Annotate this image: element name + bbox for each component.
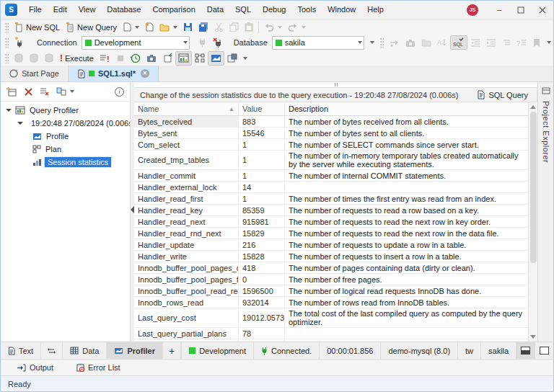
compare-results-button[interactable]	[53, 84, 77, 99]
toggle-full-panel-button[interactable]	[535, 342, 553, 359]
horizontal-splitter[interactable]	[134, 82, 537, 87]
sql-query-button[interactable]: SQL Query	[474, 90, 531, 99]
indent-increase-button[interactable]	[483, 35, 499, 50]
undo-button[interactable]	[261, 20, 285, 35]
save-button[interactable]	[180, 20, 195, 35]
table-row[interactable]: Last_query_cost19012.057385The total cos…	[134, 308, 528, 328]
delete-result-button[interactable]	[21, 84, 35, 99]
disconnect-button[interactable]	[210, 35, 225, 50]
table-row[interactable]: Handler_read_next915981The number of req…	[134, 216, 528, 228]
connect-button[interactable]	[195, 35, 210, 50]
close-button[interactable]	[532, 1, 553, 19]
collapse-panel-icon[interactable]	[131, 206, 134, 213]
new-document-dropdown[interactable]	[135, 26, 139, 29]
user-avatar[interactable]: JS	[467, 4, 478, 16]
menu-database[interactable]: Database	[101, 1, 146, 19]
database-extra-dropdown[interactable]	[370, 41, 374, 44]
profile-view-button[interactable]	[208, 51, 224, 66]
minimize-button[interactable]: –	[488, 1, 510, 19]
menu-view[interactable]: View	[73, 1, 102, 19]
tree-item-session[interactable]: 19:20:48 27/08/2024 (0.006s)	[1, 117, 130, 130]
profiling-snapshot-button[interactable]	[144, 51, 160, 66]
maximize-button[interactable]	[510, 1, 532, 19]
swap-view-button[interactable]	[41, 342, 63, 359]
column-header-value[interactable]: Value	[239, 102, 285, 115]
tree-item-profile[interactable]: Profile	[1, 130, 130, 143]
clear-all-button[interactable]	[37, 84, 52, 99]
table-row[interactable]: Handler_commit1The number of internal CO…	[134, 170, 528, 182]
table-row[interactable]: Innodb_buffer_pool_pages_free0The number…	[134, 274, 528, 285]
table-row[interactable]: Innodb_rows_read932014The number of rows…	[134, 297, 528, 308]
toolbar-grip[interactable]	[5, 22, 9, 32]
table-row[interactable]: Innodb_buffer_pool_read_requests1596500T…	[134, 285, 528, 297]
db-transaction-button[interactable]	[42, 51, 57, 66]
tab-start-page[interactable]: Start Page	[1, 66, 69, 81]
table-row[interactable]: Bytes_sent15546The number of bytes sent …	[134, 128, 528, 139]
snapshot-button[interactable]	[403, 35, 418, 50]
menu-tools[interactable]: Tools	[291, 1, 322, 19]
vertical-scrollbar[interactable]	[528, 102, 537, 342]
table-row[interactable]: Com_select1The number of SELECT commands…	[134, 139, 528, 151]
info-button[interactable]: i	[112, 84, 127, 99]
status-database[interactable]: sakila	[480, 342, 516, 359]
column-header-name[interactable]: Name▲	[134, 102, 239, 115]
redo-dropdown[interactable]	[302, 26, 306, 29]
step-into-button[interactable]	[387, 35, 403, 50]
add-view-button[interactable]: +	[163, 342, 181, 359]
toolbar-overflow-dropdown[interactable]	[547, 41, 551, 44]
query-history-button[interactable]	[128, 51, 144, 66]
open-file-button[interactable]	[157, 20, 180, 35]
tree-item-plan[interactable]: Plan	[1, 143, 130, 156]
status-user[interactable]: tw	[457, 342, 480, 359]
scroll-down-icon[interactable]	[530, 335, 536, 339]
table-row[interactable]: Created_tmp_tables1The number of in-memo…	[134, 151, 528, 170]
new-sql-button[interactable]: New SQL	[12, 20, 63, 35]
status-execution-time[interactable]: 00:00:01.856	[319, 342, 380, 359]
tree-item-session-statistics[interactable]: Session statistics	[1, 156, 130, 169]
status-connected[interactable]: Connected.	[253, 342, 319, 359]
execute-button[interactable]: ! Execute	[57, 51, 97, 66]
table-row[interactable]: Innodb_buffer_pool_pages_data418The numb…	[134, 262, 528, 274]
toolbar-grip[interactable]	[380, 37, 384, 48]
table-row[interactable]: Handler_read_rnd_next15829The number of …	[134, 228, 528, 239]
menu-debug[interactable]: Debug	[257, 1, 291, 19]
redo-button[interactable]	[285, 20, 309, 35]
save-all-button[interactable]	[195, 20, 211, 35]
scroll-up-icon[interactable]	[530, 105, 536, 109]
panel-splitter[interactable]	[131, 82, 134, 342]
table-row[interactable]: Handler_external_lock14	[134, 182, 528, 193]
project-explorer-tab[interactable]: Project Explorer	[542, 101, 550, 163]
table-row[interactable]: Bytes_received883The number of bytes rec…	[134, 116, 528, 128]
bookmark-button[interactable]	[529, 35, 544, 50]
expand-collapse-icon[interactable]	[6, 109, 12, 112]
indent-decrease-button[interactable]	[467, 35, 483, 50]
tab-profiler[interactable]: Profiler	[107, 342, 163, 359]
sort-button[interactable]: A	[434, 35, 450, 50]
compare-dropdown[interactable]	[70, 90, 74, 93]
table-row[interactable]: Handler_read_key85359The number of reque…	[134, 205, 528, 216]
tab-output[interactable]: Output	[6, 360, 63, 375]
plan-view-button[interactable]	[192, 51, 208, 66]
tab-error-list[interactable]: Error List	[66, 360, 131, 375]
menu-help[interactable]: Help	[361, 1, 390, 19]
execute-script-button[interactable]: !	[97, 51, 113, 66]
new-query-button[interactable]: New Query	[63, 20, 120, 35]
menu-sql[interactable]: SQL	[229, 1, 257, 19]
cut-button[interactable]	[211, 20, 227, 35]
menu-edit[interactable]: Edit	[48, 1, 73, 19]
table-row[interactable]: Handler_write15828The number of requests…	[134, 251, 528, 262]
expand-collapse-icon[interactable]	[17, 122, 23, 125]
comment-button[interactable]	[499, 35, 514, 50]
menu-file[interactable]: File	[23, 1, 48, 19]
undo-dropdown[interactable]	[278, 26, 282, 29]
sql-check-button[interactable]: SQL	[450, 35, 467, 50]
tab-data[interactable]: Data	[63, 342, 107, 359]
toolbar-grip[interactable]	[5, 53, 9, 63]
toggle-bottom-panel-button[interactable]	[516, 342, 535, 359]
open-results-button[interactable]	[418, 35, 434, 50]
copy-button[interactable]	[227, 20, 242, 35]
uncomment-button[interactable]: ?	[514, 35, 529, 50]
toolbar-grip[interactable]	[5, 37, 9, 48]
stop-button[interactable]	[113, 51, 128, 66]
menu-data[interactable]: Data	[201, 1, 229, 19]
